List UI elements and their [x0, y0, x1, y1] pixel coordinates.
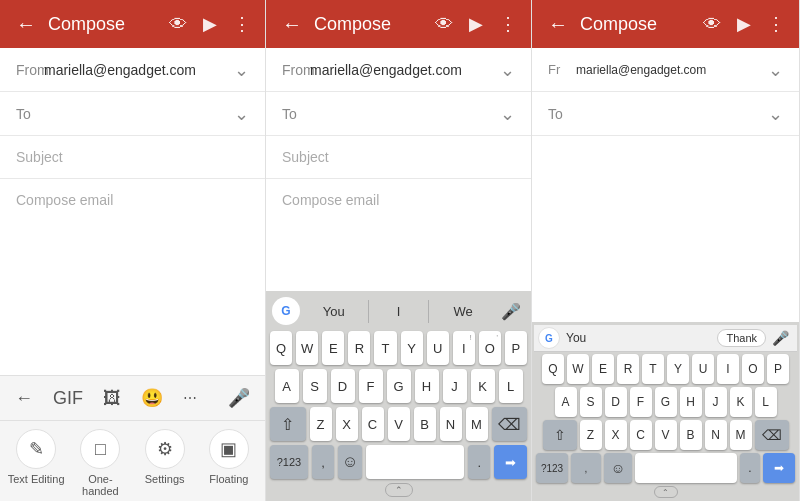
key-sm-c[interactable]: C: [630, 420, 652, 450]
from-dropdown-3[interactable]: ⌄: [768, 59, 783, 81]
key-sm-n[interactable]: N: [705, 420, 727, 450]
key-sm-g[interactable]: G: [655, 387, 677, 417]
send-icon-1[interactable]: ▶: [197, 7, 223, 41]
key-l[interactable]: L: [499, 369, 523, 403]
key-sm-v[interactable]: V: [655, 420, 677, 450]
word-we[interactable]: We: [433, 300, 493, 323]
key-t[interactable]: T: [374, 331, 396, 365]
key-u[interactable]: U: [427, 331, 449, 365]
floating-shortcut[interactable]: ▣ Floating: [200, 429, 258, 497]
gif-button[interactable]: GIF: [46, 383, 90, 414]
back-button-3[interactable]: ←: [540, 5, 576, 44]
key-shift[interactable]: ⇧: [270, 407, 306, 441]
from-dropdown-1[interactable]: ⌄: [234, 59, 249, 81]
key-y[interactable]: Y: [401, 331, 423, 365]
visibility-icon-1[interactable]: 👁: [163, 8, 193, 41]
from-dropdown-2[interactable]: ⌄: [500, 59, 515, 81]
key-sm-x[interactable]: X: [605, 420, 627, 450]
key-a[interactable]: A: [275, 369, 299, 403]
key-sm-enter[interactable]: ➡: [763, 453, 795, 483]
emoji-icon[interactable]: 😃: [134, 382, 170, 414]
key-r[interactable]: R: [348, 331, 370, 365]
key-b[interactable]: B: [414, 407, 436, 441]
key-period[interactable]: .: [468, 445, 490, 479]
key-enter[interactable]: ➡: [494, 445, 527, 479]
send-icon-3[interactable]: ▶: [731, 7, 757, 41]
key-sm-p[interactable]: P: [767, 354, 789, 384]
word-i[interactable]: I: [368, 300, 430, 323]
key-sm-emoji[interactable]: ☺: [604, 453, 632, 483]
key-backspace[interactable]: ⌫: [492, 407, 528, 441]
key-sm-period[interactable]: .: [740, 453, 760, 483]
key-sm-j[interactable]: J: [705, 387, 727, 417]
to-dropdown-3[interactable]: ⌄: [768, 103, 783, 125]
key-sm-comma[interactable]: ,: [571, 453, 601, 483]
back-button-2[interactable]: ←: [274, 5, 310, 44]
key-emoji[interactable]: ☺: [338, 445, 362, 479]
key-sm-e[interactable]: E: [592, 354, 614, 384]
key-sm-a[interactable]: A: [555, 387, 577, 417]
more-icon-2[interactable]: ⋮: [493, 7, 523, 41]
mic-icon-1[interactable]: 🎤: [221, 382, 257, 414]
settings-shortcut[interactable]: ⚙ Settings: [136, 429, 194, 497]
key-w[interactable]: W: [296, 331, 318, 365]
key-sm-k[interactable]: K: [730, 387, 752, 417]
key-sm-b[interactable]: B: [680, 420, 702, 450]
key-i[interactable]: I!: [453, 331, 475, 365]
autocomplete-text-3[interactable]: You: [562, 329, 715, 347]
key-k[interactable]: K: [471, 369, 495, 403]
key-sm-i[interactable]: I: [717, 354, 739, 384]
key-sm-o[interactable]: O: [742, 354, 764, 384]
visibility-icon-3[interactable]: 👁: [697, 8, 727, 41]
subject-field-2[interactable]: Subject: [266, 136, 531, 179]
key-v[interactable]: V: [388, 407, 410, 441]
from-value-1[interactable]: mariella@engadget.com: [44, 62, 234, 78]
key-sm-backspace[interactable]: ⌫: [755, 420, 789, 450]
key-space[interactable]: [366, 445, 464, 479]
more-icon-3[interactable]: ⋮: [761, 7, 791, 41]
keyboard-back-icon[interactable]: ←: [8, 383, 40, 414]
key-m[interactable]: M: [466, 407, 488, 441]
key-sm-d[interactable]: D: [605, 387, 627, 417]
key-d[interactable]: D: [331, 369, 355, 403]
arrow-circle-3[interactable]: ⌃: [654, 486, 678, 498]
word-bar-mic-2[interactable]: 🎤: [497, 298, 525, 325]
key-j[interactable]: J: [443, 369, 467, 403]
word-you[interactable]: You: [304, 300, 364, 323]
key-s[interactable]: S: [303, 369, 327, 403]
arrow-circle-2[interactable]: [385, 483, 413, 497]
key-sm-l[interactable]: L: [755, 387, 777, 417]
key-n[interactable]: N: [440, 407, 462, 441]
key-sm-shift[interactable]: ⇧: [543, 420, 577, 450]
key-h[interactable]: H: [415, 369, 439, 403]
compose-area-1[interactable]: Compose email: [0, 179, 265, 221]
visibility-icon-2[interactable]: 👁: [429, 8, 459, 41]
key-sm-m[interactable]: M: [730, 420, 752, 450]
to-dropdown-2[interactable]: ⌄: [500, 103, 515, 125]
key-num[interactable]: ?123: [270, 445, 308, 479]
key-x[interactable]: X: [336, 407, 358, 441]
key-o[interactable]: O': [479, 331, 501, 365]
key-sm-space[interactable]: [635, 453, 737, 483]
key-sm-t[interactable]: T: [642, 354, 664, 384]
more-icon-1[interactable]: ⋮: [227, 7, 257, 41]
key-c[interactable]: C: [362, 407, 384, 441]
back-button-1[interactable]: ←: [8, 5, 44, 44]
from-value-3[interactable]: mariella@engadget.com: [576, 63, 768, 77]
more-icons-button[interactable]: ⋯: [176, 385, 205, 411]
key-sm-y[interactable]: Y: [667, 354, 689, 384]
key-f[interactable]: F: [359, 369, 383, 403]
key-sm-f[interactable]: F: [630, 387, 652, 417]
key-sm-q[interactable]: Q: [542, 354, 564, 384]
key-e[interactable]: E: [322, 331, 344, 365]
key-p[interactable]: P: [505, 331, 527, 365]
thank-chip[interactable]: Thank: [717, 329, 766, 347]
key-sm-z[interactable]: Z: [580, 420, 602, 450]
key-sm-s[interactable]: S: [580, 387, 602, 417]
key-z[interactable]: Z: [310, 407, 332, 441]
subject-field-1[interactable]: Subject: [0, 136, 265, 179]
send-icon-2[interactable]: ▶: [463, 7, 489, 41]
text-editing-shortcut[interactable]: ✎ Text Editing: [7, 429, 65, 497]
key-g[interactable]: G: [387, 369, 411, 403]
key-q[interactable]: Q: [270, 331, 292, 365]
